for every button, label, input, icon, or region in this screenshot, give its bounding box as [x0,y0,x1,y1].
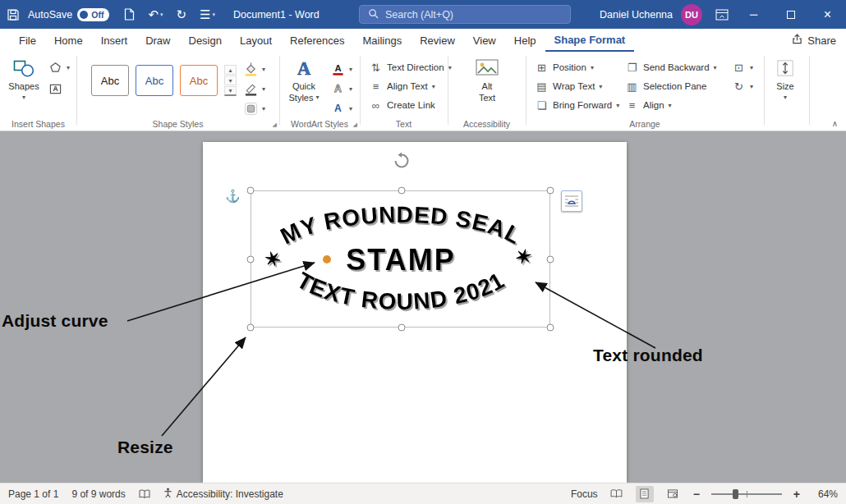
shapes-button[interactable]: Shapes ▾ [4,52,44,117]
bring-forward-button[interactable]: ❏ Bring Forward ▾ [532,97,622,113]
account-name[interactable]: Daniel Uchenna [600,9,673,21]
redo-button[interactable]: ↻ [169,0,193,29]
tab-help[interactable]: Help [505,29,545,52]
zoom-level[interactable]: 64% [812,488,838,500]
tab-file[interactable]: File [10,29,45,52]
align-text-label: Align Text [387,81,428,91]
tab-view[interactable]: View [464,29,505,52]
chevron-down-icon: ▾ [432,83,435,90]
autosave-toggle[interactable]: Off [77,8,109,21]
customize-qat-button[interactable]: ☰ ▾ [193,0,222,29]
undo-button[interactable]: ↶ ▾ [141,0,169,29]
adjust-handle[interactable] [323,255,331,263]
chevron-down-icon: ▾ [784,93,787,103]
tab-insert[interactable]: Insert [92,29,137,52]
zoom-slider[interactable] [711,488,782,500]
text-fill-button[interactable]: A ▾ [329,61,355,77]
zoom-out-button[interactable]: − [692,488,701,501]
print-layout-button[interactable] [636,486,654,502]
edit-shape-button[interactable]: ▾ [46,59,72,76]
group-text: ⇅ Text Direction ▾ ≡ Align Text ▾ ∞ Crea… [360,52,448,131]
close-button[interactable]: × [809,0,846,29]
styles-scroll-up-button[interactable]: ▴ [224,65,237,75]
shape-fill-button[interactable]: ▾ [241,61,268,77]
align-button[interactable]: ≡ Align ▾ [623,97,674,113]
quick-styles-button[interactable]: A Quick Styles ▾ [284,52,324,117]
shape-style-preset-2[interactable]: Abc [136,65,173,96]
tab-review[interactable]: Review [411,29,464,52]
save-icon[interactable] [0,0,26,29]
text-effects-button[interactable]: A ▾ [329,100,355,117]
page-indicator[interactable]: Page 1 of 1 [8,488,58,500]
group-label-arrange: Arrange [526,119,764,129]
align-label: Align [643,100,664,110]
shapes-icon [13,56,34,80]
accessibility-checker-button[interactable]: Accessibility: Investigate [163,488,283,501]
layout-options-button[interactable] [561,190,582,212]
align-text-button[interactable]: ≡ Align Text ▾ [366,78,438,94]
new-document-icon[interactable] [117,0,141,29]
share-label: Share [807,34,836,47]
rotate-handle-icon[interactable] [393,152,411,173]
send-backward-button[interactable]: ❐ Send Backward ▾ [623,59,720,76]
resize-handle-middle-right[interactable] [547,256,554,263]
ribbon: Shapes ▾ ▾ A Insert Shapes Abc Abc Abc ▴ [0,52,846,131]
draw-text-box-button[interactable]: A [46,80,65,97]
tab-shape-format[interactable]: Shape Format [545,29,635,52]
wrap-text-button[interactable]: ▤ Wrap Text ▾ [532,78,605,94]
print-layout-icon [640,488,649,499]
autosave-label: AutoSave [28,9,72,21]
zoom-in-button[interactable]: + [792,488,802,501]
web-layout-button[interactable] [664,486,682,502]
search-box[interactable]: Search (Alt+Q) [359,5,571,24]
tab-references[interactable]: References [281,29,353,52]
proofing-icon[interactable] [139,489,150,499]
group-arrange: ⊞ Position ▾ ▤ Wrap Text ▾ ❏ Bring Forwa… [526,52,764,131]
anchor-icon[interactable]: ⚓ [225,189,241,204]
maximize-button[interactable] [772,0,809,29]
shape-outline-button[interactable]: ▾ [241,80,268,97]
align-objects-icon: ≡ [625,99,639,112]
tab-mailings[interactable]: Mailings [354,29,412,52]
focus-button[interactable]: Focus [571,488,598,500]
shape-style-preset-3[interactable]: Abc [180,65,218,96]
text-direction-button[interactable]: ⇅ Text Direction ▾ [366,59,454,76]
share-button[interactable]: Share [792,29,836,52]
resize-handle-top-right[interactable] [547,187,554,195]
rotate-objects-button[interactable]: ↻ ▾ [729,78,756,94]
annotation-resize: Resize [117,438,173,457]
group-label-insert-shapes: Insert Shapes [0,119,76,129]
avatar[interactable]: DU [681,4,702,25]
zoom-slider-thumb[interactable] [733,489,738,499]
layout-options-icon [563,193,580,209]
ribbon-display-options-icon[interactable] [709,0,735,29]
read-mode-button[interactable] [608,486,626,502]
tab-draw[interactable]: Draw [136,29,179,52]
create-link-button[interactable]: ∞ Create Link [366,97,438,113]
size-button[interactable]: Size ▾ [767,52,803,117]
shape-effects-button[interactable]: ▾ [241,100,268,117]
word-count[interactable]: 9 of 9 words [71,488,125,500]
text-outline-button[interactable]: A ▾ [329,80,355,97]
tab-design[interactable]: Design [180,29,231,52]
resize-handle-top-left[interactable] [247,187,255,195]
shape-style-preset-1[interactable]: Abc [91,65,129,96]
tab-layout[interactable]: Layout [231,29,281,52]
styles-more-button[interactable]: ▾ [224,86,237,96]
wordart-seal[interactable]: MY ROUNDED SEAL STAMP TEXT ROUND 2021 ✶ … [252,192,549,325]
resize-handle-bottom-right[interactable] [547,324,554,332]
resize-handle-top-center[interactable] [398,187,406,195]
styles-scroll-down-button[interactable]: ▾ [224,76,237,85]
rotate-objects-icon: ↻ [732,80,746,93]
tab-home[interactable]: Home [45,29,92,52]
resize-handle-bottom-left[interactable] [247,324,255,332]
resize-handle-middle-left[interactable] [247,256,255,263]
selection-pane-button[interactable]: ▥ Selection Pane [623,78,709,94]
collapse-ribbon-button[interactable]: ∧ [832,119,838,128]
group-objects-button[interactable]: ⊡ ▾ [729,59,756,76]
alt-text-button[interactable]: Alt Text [469,52,505,117]
position-button[interactable]: ⊞ Position ▾ [532,59,596,76]
resize-handle-bottom-center[interactable] [398,324,406,332]
minimize-button[interactable]: ─ [735,0,772,29]
wrap-text-icon: ▤ [535,80,549,93]
